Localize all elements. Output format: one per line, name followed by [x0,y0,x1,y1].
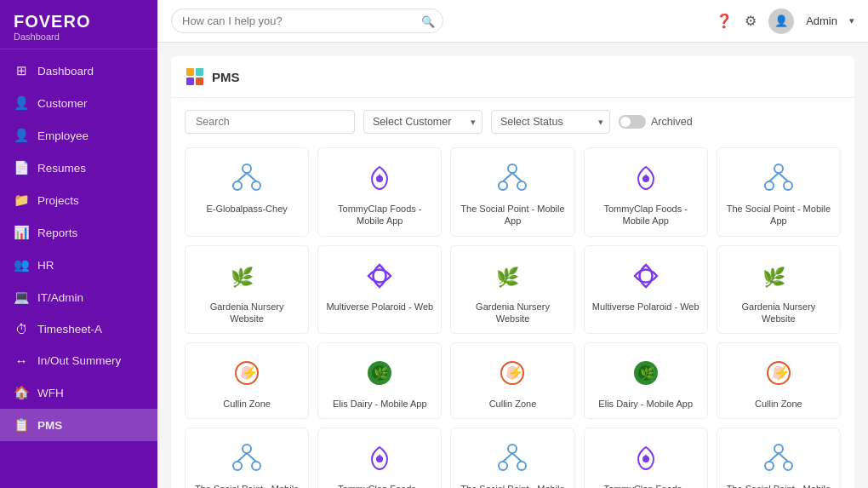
sidebar-label-dashboard: Dashboard [37,65,94,78]
card-item[interactable]: E-Globalpass-Chey [185,147,309,237]
help-icon[interactable]: ❓ [716,13,733,29]
card-icon: 🌿 🌿 [229,258,265,294]
card-label: TommyClap Foods - Mobile App [325,483,434,488]
resumes-icon: 📄 [14,160,29,175]
projects-icon: 📁 [14,192,29,208]
content-area: PMS Select Customer Select Status [157,43,868,488]
sidebar-item-resumes[interactable]: 📄 Resumes [0,152,157,184]
card-label: Gardenia Nursery Website [458,301,567,325]
customer-select[interactable]: Select Customer [363,110,483,134]
card-label: Multiverse Polaroid - Web [326,301,433,313]
status-select[interactable]: Select Status [491,110,610,134]
card-item[interactable]: 🌿 🌿 Gardenia Nursery Website [717,245,841,335]
card-icon: 🌿 [362,355,397,391]
sidebar-item-projects[interactable]: 📁 Projects [0,184,157,216]
sidebar-item-timesheet[interactable]: ⏱ Timesheet-A [0,313,157,345]
gear-icon[interactable]: ⚙ [745,13,757,29]
card-item[interactable]: The Social Point - Mobile App [450,428,574,488]
card-item[interactable]: Multiverse Polaroid - Web [584,245,708,335]
cards-grid: E-Globalpass-Chey TommyClap Foods - Mobi… [185,147,841,488]
sidebar-item-wfh[interactable]: 🏠 WFH [0,376,157,409]
timesheet-icon: ⏱ [14,322,29,336]
search-input[interactable] [171,9,443,33]
card-label: The Social Point - Mobile App [458,203,567,227]
card-icon: 🌿 [628,355,664,391]
card-label: Gardenia Nursery Website [724,301,833,325]
svg-point-40 [233,462,242,470]
card-label: The Social Point - Mobile App [724,483,833,488]
avatar[interactable]: 👤 [768,9,794,34]
card-label: The Social Point - Mobile App [458,483,567,488]
card-item[interactable]: TommyClap Foods - Mobile App [584,428,708,488]
svg-rect-1 [196,68,203,76]
card-item[interactable]: 🌿 Elis Dairy - Mobile App [584,342,708,419]
card-icon [628,440,664,476]
main-area: 🔍 ❓ ⚙ 👤 Admin ▾ PMS [157,0,868,488]
svg-text:🌿: 🌿 [374,366,389,381]
card-item[interactable]: TommyClap Foods - Mobile App [584,147,708,237]
svg-text:⚡: ⚡ [774,365,791,381]
filter-search-input[interactable] [185,110,355,134]
card-item[interactable]: The Social Point - Mobile App [717,428,841,488]
sidebar-label-reports: Reports [37,227,77,239]
sidebar-item-pms[interactable]: 📋 PMS [0,409,157,441]
card-item[interactable]: ⚡ Cullin Zone [717,342,841,419]
sidebar-item-employee[interactable]: 👤 Employee [0,119,157,152]
page-header: PMS [171,56,854,98]
card-label: Elis Dairy - Mobile App [598,398,693,410]
card-label: Cullin Zone [489,398,537,410]
svg-rect-2 [186,78,194,85]
topbar-right: ❓ ⚙ 👤 Admin ▾ [716,9,854,34]
chevron-down-icon[interactable]: ▾ [849,15,854,26]
card-icon [362,258,397,294]
card-item[interactable]: Multiverse Polaroid - Web [317,245,442,335]
card-item[interactable]: ⚡ Cullin Zone [450,342,574,419]
content-wrapper: Select Customer Select Status Archived [171,98,854,488]
sidebar-item-hr[interactable]: 👥 HR [0,249,157,281]
inout-icon: ↔ [14,353,29,368]
card-item[interactable]: The Social Point - Mobile App [717,147,841,237]
pms-icon: 📋 [14,417,29,433]
card-label: TommyClap Foods - Mobile App [325,203,434,227]
svg-text:⚡: ⚡ [507,365,524,381]
card-label: Multiverse Polaroid - Web [592,301,700,313]
svg-point-45 [508,445,517,453]
svg-point-16 [774,164,783,173]
card-icon: 🌿 🌿 [494,258,530,294]
sidebar-item-itadmin[interactable]: 💻 IT/Admin [0,281,157,313]
sidebar-item-dashboard[interactable]: ⊞ Dashboard [0,55,157,87]
card-icon [362,160,397,196]
card-item[interactable]: ⚡ Cullin Zone [185,342,309,419]
sidebar-item-reports[interactable]: 📊 Reports [0,216,157,249]
sidebar-label-resumes: Resumes [37,162,86,175]
card-icon [628,258,664,294]
svg-point-6 [252,181,260,190]
pms-icon [185,66,205,87]
archived-switch[interactable] [619,115,646,129]
app-name: FOVERO [14,12,144,32]
svg-line-14 [512,173,522,181]
card-icon: ⚡ [761,355,797,391]
svg-point-53 [784,462,792,470]
svg-point-11 [499,181,507,190]
card-item[interactable]: The Social Point - Mobile App [185,428,309,488]
card-item[interactable]: The Social Point - Mobile App [450,147,574,237]
status-select-wrap: Select Status [491,110,610,134]
svg-point-12 [517,181,526,190]
search-box[interactable]: 🔍 [171,9,443,33]
archived-toggle: Archived [619,115,693,129]
svg-text:🌿: 🌿 [231,266,254,289]
card-item[interactable]: 🌿 🌿 Gardenia Nursery Website [185,245,309,335]
dashboard-icon: ⊞ [14,63,29,78]
card-item[interactable]: 🌿 🌿 Gardenia Nursery Website [450,245,574,335]
card-item[interactable]: 🌿 Elis Dairy - Mobile App [317,342,442,419]
sidebar-item-inout[interactable]: ↔ In/Out Summery [0,345,157,376]
sidebar-label-hr: HR [37,259,54,272]
svg-line-55 [779,453,788,462]
sidebar-label-projects: Projects [37,194,79,207]
card-item[interactable]: TommyClap Foods - Mobile App [317,147,442,237]
card-item[interactable]: TommyClap Foods - Mobile App [317,428,442,488]
svg-point-10 [508,164,517,173]
svg-line-49 [512,453,522,462]
sidebar-item-customer[interactable]: 👤 Customer [0,87,157,119]
